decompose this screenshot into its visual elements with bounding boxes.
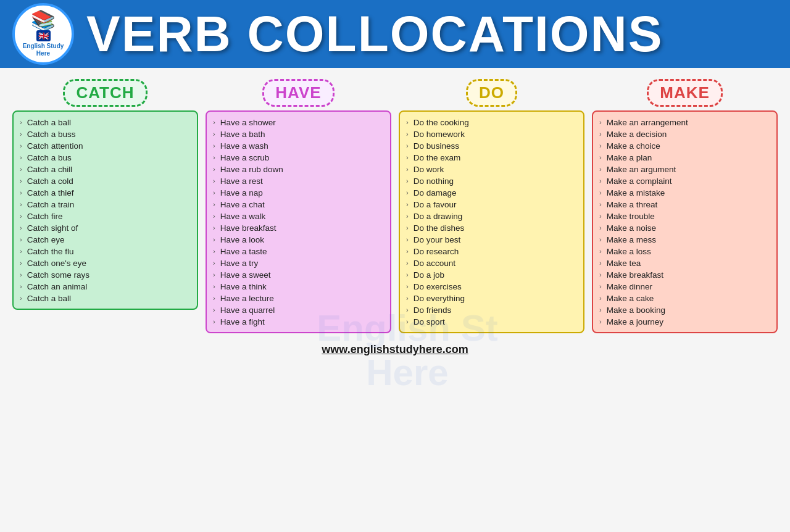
catch-column: CATCH ›Catch a ball ›Catch a buss ›Catch… — [12, 79, 198, 333]
arrow-icon: › — [213, 224, 215, 231]
have-column: HAVE ›Have a shower ›Have a bath ›Have a… — [206, 79, 391, 333]
columns-grid: CATCH ›Catch a ball ›Catch a buss ›Catch… — [12, 79, 778, 333]
list-item: ›Do research — [406, 246, 577, 257]
arrow-icon: › — [20, 165, 22, 173]
list-item: ›Have a rub down — [213, 164, 384, 175]
arrow-icon: › — [20, 247, 22, 255]
arrow-icon: › — [599, 142, 602, 149]
list-item: ›Do the cooking — [406, 117, 577, 128]
arrow-icon: › — [406, 154, 409, 161]
arrow-icon: › — [20, 189, 22, 196]
logo-text: English StudyHere — [23, 43, 64, 57]
arrow-icon: › — [20, 201, 22, 208]
list-item: ›Catch sight of — [20, 222, 191, 233]
list-item: ›Catch a bus — [20, 152, 191, 163]
arrow-icon: › — [213, 283, 215, 290]
do-badge: DO — [466, 79, 517, 107]
list-item: ›Have a lecture — [213, 293, 384, 304]
arrow-icon: › — [599, 201, 602, 208]
arrow-icon: › — [213, 154, 215, 161]
arrow-icon: › — [213, 201, 215, 208]
list-item: ›Do the dishes — [406, 222, 577, 233]
arrow-icon: › — [599, 318, 602, 325]
list-item: ›Catch eye — [20, 234, 191, 245]
arrow-icon: › — [599, 130, 602, 138]
list-item: ›Have a taste — [213, 246, 384, 257]
list-item: ›Make a cake — [599, 293, 770, 304]
list-item: ›Make an arrangement — [599, 117, 770, 128]
arrow-icon: › — [20, 130, 22, 138]
list-item: ›Do exercises — [406, 281, 577, 292]
make-column: MAKE ›Make an arrangement ›Make a decisi… — [592, 79, 778, 333]
make-badge: MAKE — [647, 79, 723, 107]
list-item: ›Make trouble — [599, 210, 770, 222]
list-item: ›Catch some rays — [20, 269, 191, 280]
arrow-icon: › — [599, 259, 602, 267]
list-item: ›Do the exam — [406, 152, 577, 163]
arrow-icon: › — [213, 142, 215, 149]
arrow-icon: › — [20, 154, 22, 161]
list-item: ›Catch attention — [20, 140, 191, 151]
list-item: ›Do sport — [406, 316, 577, 327]
list-item: ›Catch a ball — [20, 293, 191, 304]
catch-label-container: CATCH — [12, 79, 198, 107]
arrow-icon: › — [213, 306, 215, 314]
list-item: ›Do friends — [406, 304, 577, 315]
list-item: ›Make an argument — [599, 164, 770, 175]
arrow-icon: › — [406, 142, 409, 149]
arrow-icon: › — [599, 236, 602, 243]
have-badge: HAVE — [262, 79, 334, 107]
arrow-icon: › — [599, 177, 602, 185]
arrow-icon: › — [406, 306, 409, 314]
arrow-icon: › — [599, 224, 602, 231]
logo-book-icon: 📚 — [31, 10, 56, 30]
arrow-icon: › — [599, 118, 602, 126]
list-item: ›Have a bath — [213, 128, 384, 139]
list-item: ›Do nothing — [406, 175, 577, 186]
list-item: ›Have a sweet — [213, 269, 384, 280]
arrow-icon: › — [20, 142, 22, 149]
arrow-icon: › — [406, 318, 409, 325]
list-item: ›Have a fight — [213, 316, 384, 327]
arrow-icon: › — [406, 283, 409, 290]
list-item: ›Catch fire — [20, 210, 191, 222]
list-item: ›Make a loss — [599, 246, 770, 257]
arrow-icon: › — [406, 177, 409, 185]
list-item: ›Make a booking — [599, 304, 770, 315]
arrow-icon: › — [213, 236, 215, 243]
arrow-icon: › — [406, 212, 409, 220]
footer-url: www.englishstudyhere.com — [322, 343, 468, 355]
list-item: ›Do your best — [406, 234, 577, 245]
arrow-icon: › — [599, 283, 602, 290]
list-item: ›Catch a chill — [20, 164, 191, 175]
list-item: ›Do a drawing — [406, 210, 577, 222]
arrow-icon: › — [599, 212, 602, 220]
list-item: ›Make breakfast — [599, 269, 770, 280]
arrow-icon: › — [213, 247, 215, 255]
list-item: ›Do a favour — [406, 199, 577, 210]
list-item: ›Make a noise — [599, 222, 770, 233]
arrow-icon: › — [20, 294, 22, 302]
arrow-icon: › — [406, 259, 409, 267]
arrow-icon: › — [213, 165, 215, 173]
list-item: ›Have breakfast — [213, 222, 384, 233]
list-item: ›Do a job — [406, 269, 577, 280]
list-item: ›Have a quarrel — [213, 304, 384, 315]
list-item: ›Catch a buss — [20, 128, 191, 139]
arrow-icon: › — [20, 224, 22, 231]
arrow-icon: › — [213, 212, 215, 220]
list-item: ›Catch the flu — [20, 246, 191, 257]
list-item: ›Catch an animal — [20, 281, 191, 292]
footer: www.englishstudyhere.com — [12, 339, 778, 359]
list-item: ›Make a decision — [599, 128, 770, 139]
arrow-icon: › — [20, 212, 22, 220]
arrow-icon: › — [213, 271, 215, 278]
have-box: ›Have a shower ›Have a bath ›Have a wash… — [206, 110, 391, 333]
list-item: ›Have a look — [213, 234, 384, 245]
catch-box: ›Catch a ball ›Catch a buss ›Catch atten… — [12, 110, 198, 310]
arrow-icon: › — [213, 130, 215, 138]
list-item: ›Do everything — [406, 293, 577, 304]
arrow-icon: › — [406, 247, 409, 255]
list-item: ›Have a chat — [213, 199, 384, 210]
arrow-icon: › — [20, 236, 22, 243]
